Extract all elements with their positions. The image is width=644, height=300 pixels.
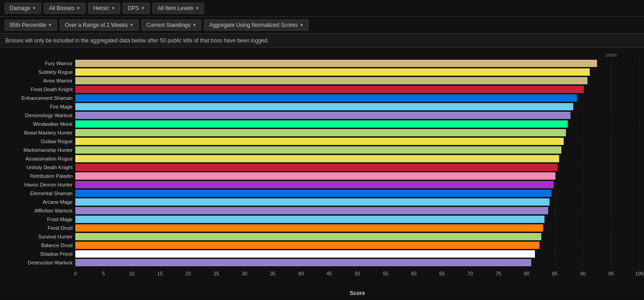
- heroic-arrow-icon: ▼: [111, 6, 115, 10]
- bar-track: [75, 60, 639, 67]
- x-tick-label: 40: [298, 271, 304, 276]
- bar-fill: [75, 207, 548, 214]
- standings-dropdown[interactable]: Current Standings ▼: [141, 20, 202, 31]
- bar-label: Frost Mage: [5, 217, 75, 222]
- bar-label: Arcane Mage: [5, 199, 75, 205]
- bar-fill: [75, 242, 539, 249]
- bar-track: [75, 155, 639, 162]
- table-row: Retribution Paladin: [5, 172, 639, 180]
- x-tick-label: 0: [74, 271, 77, 276]
- aggregate-arrow-icon: ▼: [300, 23, 304, 27]
- bar-track: [75, 259, 639, 266]
- bar-label: Havoc Demon Hunter: [5, 182, 75, 187]
- table-row: Frost Death Knight: [5, 85, 639, 93]
- table-row: Unholy Death Knight: [5, 163, 639, 171]
- bar-fill: [75, 94, 577, 102]
- bar-track: [75, 207, 639, 214]
- bar-track: [75, 181, 639, 188]
- x-tick-label: 5: [102, 271, 105, 276]
- bar-track: [75, 198, 639, 206]
- bar-label: Fire Mage: [5, 104, 75, 109]
- bar-label: Windwalker Monk: [5, 121, 75, 127]
- dps-dropdown[interactable]: DPS ▼: [123, 3, 150, 14]
- table-row: Beast Mastery Hunter: [5, 129, 639, 137]
- table-row: Demonology Warlock: [5, 111, 639, 119]
- bar-label: Unholy Death Knight: [5, 165, 75, 170]
- aggregate-dropdown[interactable]: Aggregate Using Normalized Scores ▼: [204, 20, 309, 31]
- bar-fill: [75, 129, 566, 136]
- x-tick-label: 55: [383, 271, 388, 276]
- standings-arrow-icon: ▼: [193, 23, 197, 27]
- all-bosses-arrow-icon: ▼: [76, 6, 80, 10]
- table-row: Windwalker Monk: [5, 120, 639, 128]
- bar-track: [75, 233, 639, 240]
- second-bar: 95th Percentile ▼ Over a Range of 2 Week…: [0, 17, 644, 34]
- bar-label: Demonology Warlock: [5, 113, 75, 118]
- bar-label: Fury Warrior: [5, 61, 75, 66]
- table-row: Affliction Warlock: [5, 207, 639, 215]
- table-row: Arms Warrior: [5, 77, 639, 85]
- range-dropdown[interactable]: Over a Range of 2 Weeks ▼: [60, 20, 139, 31]
- bar-track: [75, 138, 639, 145]
- bar-fill: [75, 138, 564, 145]
- bar-label: Arms Warrior: [5, 78, 75, 83]
- bar-track: [75, 146, 639, 154]
- table-row: Assassination Rogue: [5, 155, 639, 163]
- info-bar: Bosses will only be included in the aggr…: [0, 34, 644, 48]
- standings-label: Current Standings: [147, 22, 191, 28]
- bar-fill: [75, 233, 541, 240]
- x-tick-label: 25: [214, 271, 219, 276]
- bar-label: Elemental Shaman: [5, 191, 75, 196]
- bar-track: [75, 103, 639, 110]
- bar-track: [75, 190, 639, 197]
- bar-fill: [75, 146, 561, 154]
- bar-fill: [75, 198, 550, 206]
- table-row: Outlaw Rogue: [5, 137, 639, 145]
- x-tick-label: 60: [411, 271, 416, 276]
- bar-label: Balance Druid: [5, 243, 75, 248]
- all-item-levels-dropdown[interactable]: All Item Levels ▼: [152, 3, 204, 14]
- table-row: Havoc Demon Hunter: [5, 181, 639, 189]
- x-tick-label: 20: [185, 271, 191, 276]
- bar-label: Feral Druid: [5, 225, 75, 231]
- heroic-dropdown[interactable]: Heroic ▼: [88, 3, 120, 14]
- table-row: Feral Druid: [5, 224, 639, 232]
- bar-label: Assassination Rogue: [5, 156, 75, 161]
- x-axis-label: Score: [75, 290, 639, 296]
- bar-fill: [75, 155, 559, 162]
- all-bosses-dropdown[interactable]: All Bosses ▼: [44, 3, 85, 14]
- bar-track: [75, 129, 639, 136]
- damage-label: Damage: [10, 5, 30, 11]
- bar-label: Enhancement Shaman: [5, 95, 75, 101]
- bar-fill: [75, 250, 535, 258]
- table-row: Shadow Priest: [5, 250, 639, 258]
- x-tick-label: 100: [635, 271, 644, 276]
- table-row: Survival Hunter: [5, 233, 639, 241]
- range-arrow-icon: ▼: [130, 23, 134, 27]
- percentile-label: 95th Percentile: [10, 22, 46, 28]
- chart-container: zoom Fury WarriorSubtlety RogueArms Warr…: [0, 48, 644, 300]
- bar-fill: [75, 181, 554, 188]
- table-row: Destruction Warlock: [5, 259, 639, 267]
- x-tick-label: 95: [608, 271, 614, 276]
- x-tick-label: 45: [326, 271, 332, 276]
- x-tick-label: 80: [524, 271, 529, 276]
- bar-track: [75, 250, 639, 258]
- bar-fill: [75, 259, 531, 266]
- all-item-levels-label: All Item Levels: [157, 5, 193, 11]
- percentile-dropdown[interactable]: 95th Percentile ▼: [5, 20, 57, 31]
- x-tick-label: 90: [580, 271, 586, 276]
- x-tick-label: 50: [355, 271, 360, 276]
- bar-track: [75, 94, 639, 102]
- bar-fill: [75, 120, 568, 128]
- bar-fill: [75, 68, 590, 76]
- percentile-arrow-icon: ▼: [48, 23, 52, 27]
- bar-track: [75, 164, 639, 171]
- table-row: Elemental Shaman: [5, 189, 639, 197]
- damage-dropdown[interactable]: Damage ▼: [5, 3, 41, 14]
- top-bar: Damage ▼ All Bosses ▼ Heroic ▼ DPS ▼ All…: [0, 0, 644, 17]
- bar-track: [75, 216, 639, 223]
- table-row: Balance Druid: [5, 241, 639, 249]
- bar-track: [75, 112, 639, 119]
- bar-label: Marksmanship Hunter: [5, 147, 75, 153]
